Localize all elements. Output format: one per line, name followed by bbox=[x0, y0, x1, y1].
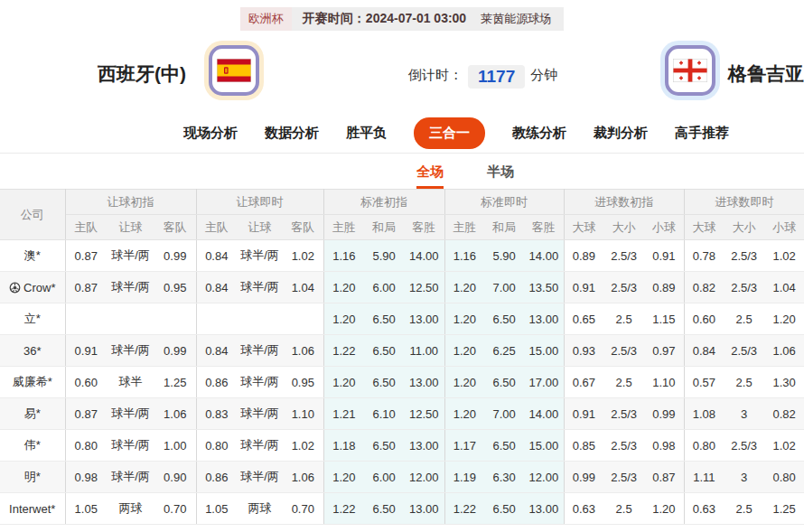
company-cell: 澳* bbox=[0, 240, 65, 272]
odds-cell[interactable]: 3 bbox=[724, 398, 764, 430]
odds-cell[interactable]: 0.84 bbox=[196, 335, 237, 367]
tab-referee-analysis[interactable]: 裁判分析 bbox=[594, 125, 648, 142]
odds-cell[interactable]: 7.00 bbox=[484, 398, 524, 430]
odds-cell[interactable]: 5.90 bbox=[484, 240, 524, 272]
odds-cell[interactable]: 1.19 bbox=[444, 462, 484, 493]
odds-cell[interactable]: 1.16 bbox=[444, 240, 484, 272]
odds-cell: 5.90 bbox=[364, 240, 404, 272]
odds-cell[interactable]: 3 bbox=[724, 462, 764, 493]
odds-cell[interactable]: 1.06 bbox=[283, 462, 323, 493]
odds-cell[interactable]: 球半/两 bbox=[237, 335, 283, 367]
odds-cell[interactable]: 1.06 bbox=[283, 335, 323, 367]
odds-cell[interactable]: 1.06 bbox=[764, 335, 804, 367]
odds-cell[interactable]: 14.00 bbox=[524, 398, 564, 430]
odds-cell[interactable]: 6.50 bbox=[484, 367, 524, 398]
odds-cell[interactable]: 1.11 bbox=[684, 462, 724, 493]
odds-cell[interactable]: 1.04 bbox=[764, 272, 804, 303]
odds-cell[interactable]: 2.5/3 bbox=[724, 240, 764, 272]
odds-cell[interactable]: 0.80 bbox=[196, 430, 237, 462]
odds-cell[interactable]: 0.95 bbox=[283, 367, 323, 398]
odds-cell[interactable]: 6.50 bbox=[484, 303, 524, 335]
odds-cell[interactable]: 1.20 bbox=[444, 303, 484, 335]
odds-cell[interactable]: 6.30 bbox=[484, 462, 524, 493]
tab-three-in-one[interactable]: 三合一 bbox=[414, 117, 485, 149]
odds-cell[interactable]: 0.86 bbox=[196, 367, 237, 398]
odds-cell[interactable]: 13.00 bbox=[524, 493, 564, 525]
odds-cell[interactable]: 13.00 bbox=[524, 303, 564, 335]
odds-cell: 14.00 bbox=[404, 240, 444, 272]
column-subheader: 客胜 bbox=[524, 215, 564, 240]
tab-data-analysis[interactable]: 数据分析 bbox=[265, 125, 319, 142]
odds-cell[interactable]: 6.25 bbox=[484, 335, 524, 367]
odds-cell[interactable]: 球半/两 bbox=[237, 367, 283, 398]
odds-cell[interactable]: 2.5/3 bbox=[724, 335, 764, 367]
subtab-full-match[interactable]: 全场 bbox=[416, 163, 444, 189]
odds-cell[interactable]: 2.5 bbox=[724, 367, 764, 398]
odds-cell[interactable]: 0.86 bbox=[196, 462, 237, 493]
odds-cell[interactable]: 0.63 bbox=[684, 493, 724, 525]
odds-cell[interactable]: 1.20 bbox=[444, 272, 484, 303]
tab-expert-picks[interactable]: 高手推荐 bbox=[675, 125, 729, 142]
column-group-header: 让球初指 bbox=[65, 190, 196, 215]
odds-cell[interactable]: 球半/两 bbox=[237, 430, 283, 462]
odds-cell[interactable]: 2.5 bbox=[724, 493, 764, 525]
odds-cell[interactable]: 1.05 bbox=[196, 493, 237, 525]
georgia-flag-icon bbox=[665, 45, 715, 96]
odds-cell[interactable]: 1.30 bbox=[764, 367, 804, 398]
odds-cell[interactable]: 1.08 bbox=[684, 398, 724, 430]
odds-cell[interactable]: 17.00 bbox=[524, 367, 564, 398]
odds-cell[interactable]: 两球 bbox=[237, 493, 283, 525]
odds-cell[interactable]: 15.00 bbox=[524, 335, 564, 367]
odds-cell[interactable]: 0.78 bbox=[684, 240, 724, 272]
tab-coach-analysis[interactable]: 教练分析 bbox=[512, 125, 566, 142]
odds-cell[interactable]: 0.84 bbox=[196, 240, 237, 272]
odds-cell[interactable]: 0.70 bbox=[283, 493, 323, 525]
odds-cell[interactable]: 球半/两 bbox=[237, 462, 283, 493]
odds-cell[interactable]: 2.5/3 bbox=[724, 272, 764, 303]
odds-cell[interactable]: 球半/两 bbox=[237, 398, 283, 430]
column-subheader: 客队 bbox=[154, 215, 196, 240]
odds-cell[interactable]: 2.5 bbox=[724, 303, 764, 335]
odds-cell[interactable]: 0.82 bbox=[764, 398, 804, 430]
odds-cell[interactable]: 球半/两 bbox=[237, 272, 283, 303]
odds-cell[interactable]: 0.84 bbox=[684, 335, 724, 367]
odds-cell[interactable]: 1.02 bbox=[764, 240, 804, 272]
odds-cell[interactable]: 1.20 bbox=[444, 398, 484, 430]
odds-cell[interactable]: 1.20 bbox=[444, 367, 484, 398]
odds-cell[interactable]: 1.04 bbox=[283, 272, 323, 303]
tab-live-analysis[interactable]: 现场分析 bbox=[183, 125, 238, 142]
odds-cell[interactable]: 14.00 bbox=[524, 240, 564, 272]
odds-cell[interactable]: 12.00 bbox=[524, 462, 564, 493]
odds-cell[interactable]: 1.02 bbox=[283, 240, 323, 272]
odds-cell[interactable]: 1.10 bbox=[283, 398, 323, 430]
odds-cell: 12.50 bbox=[404, 398, 444, 430]
odds-cell[interactable]: 球半/两 bbox=[237, 240, 283, 272]
odds-cell: 2.5/3 bbox=[603, 462, 644, 493]
odds-cell[interactable]: 2.5/3 bbox=[724, 430, 764, 462]
odds-cell: 1.22 bbox=[323, 335, 364, 367]
odds-cell[interactable]: 0.80 bbox=[764, 462, 804, 493]
odds-cell[interactable]: 0.80 bbox=[684, 430, 724, 462]
odds-cell[interactable]: 15.00 bbox=[524, 430, 564, 462]
odds-cell[interactable]: 0.60 bbox=[684, 303, 724, 335]
odds-cell[interactable]: 6.50 bbox=[484, 430, 524, 462]
odds-cell[interactable]: 1.20 bbox=[764, 303, 804, 335]
odds-cell[interactable]: 1.02 bbox=[283, 430, 323, 462]
odds-cell[interactable]: 6.50 bbox=[484, 493, 524, 525]
odds-cell[interactable]: 0.84 bbox=[196, 272, 237, 303]
odds-cell[interactable]: 1.25 bbox=[764, 493, 804, 525]
tab-win-draw-lose[interactable]: 胜平负 bbox=[346, 125, 387, 142]
odds-cell[interactable]: 0.57 bbox=[684, 367, 724, 398]
odds-cell[interactable]: 1.22 bbox=[444, 493, 484, 525]
subtab-half-match[interactable]: 半场 bbox=[487, 163, 514, 189]
odds-cell[interactable]: 0.83 bbox=[196, 398, 237, 430]
odds-cell: 2.5 bbox=[603, 303, 644, 335]
odds-cell[interactable]: 13.50 bbox=[524, 272, 564, 303]
odds-cell[interactable]: 1.20 bbox=[444, 335, 484, 367]
odds-cell[interactable]: 1.17 bbox=[444, 430, 484, 462]
odds-cell[interactable]: 7.00 bbox=[484, 272, 524, 303]
company-cell: Crow* bbox=[0, 272, 65, 303]
odds-cell[interactable]: 0.82 bbox=[684, 272, 724, 303]
odds-cell: 0.97 bbox=[644, 335, 684, 367]
odds-cell[interactable]: 1.02 bbox=[764, 430, 804, 462]
